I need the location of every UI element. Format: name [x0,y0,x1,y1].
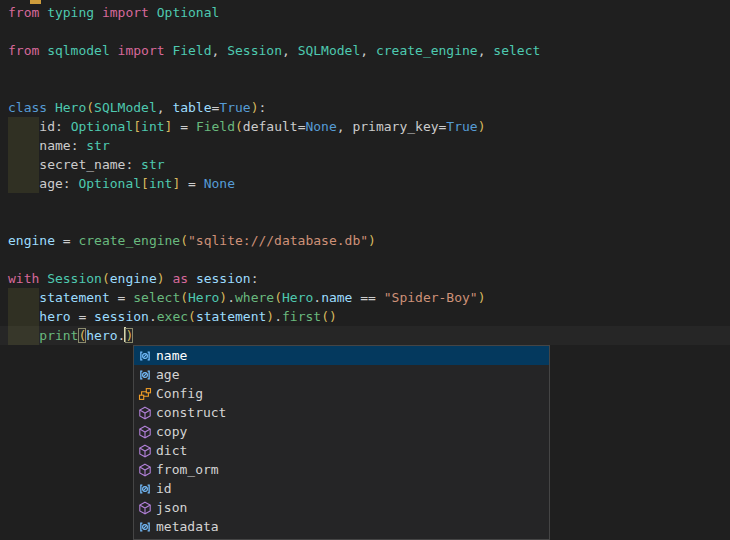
code-token: : [63,176,79,191]
code-token: = [110,290,133,305]
suggest-item-label: from_orm [156,460,219,479]
code-token: True [219,100,250,115]
code-token: = [172,119,195,134]
class-icon [137,386,153,402]
code-token [110,43,118,58]
suggest-item-label: construct [156,403,226,422]
code-token: [ [141,176,149,191]
suggest-item-label: Config [156,384,203,403]
code-token: ( [102,271,110,286]
suggest-item-age[interactable]: age [134,365,549,384]
code-token: ( [274,290,282,305]
code-line: age: Optional[int] = None [0,174,730,193]
code-line: secret_name: str [0,155,730,174]
code-line: from sqlmodel import Field, Session, SQL… [0,41,730,60]
code-area: from typing import Optionalfrom sqlmodel… [0,3,730,345]
code-token: ( [180,233,188,248]
code-token: . [313,290,321,305]
suggest-item-id[interactable]: id [134,479,549,498]
code-line-current: print(hero.) [0,326,730,345]
code-token: , [282,43,298,58]
code-token: int [141,119,164,134]
code-token: Hero [282,290,313,305]
code-token: "sqlite:///database.db" [188,233,368,248]
code-token [8,309,39,324]
code-token: ) [478,290,486,305]
code-token: ( [235,119,243,134]
code-token: session [94,309,149,324]
code-token: ( [180,290,188,305]
code-line [0,79,730,98]
method-icon [137,405,153,421]
code-token: import [118,43,165,58]
code-line: engine = create_engine("sqlite:///databa… [0,231,730,250]
code-editor[interactable]: from typing import Optionalfrom sqlmodel… [0,0,730,540]
code-token: ( [86,100,94,115]
suggest-item-label: copy [156,422,187,441]
code-token: = [180,176,203,191]
code-token: Optional [71,119,134,134]
suggest-item-dict[interactable]: dict [134,441,549,460]
code-line [0,250,730,269]
code-token [8,290,39,305]
suggest-item-metadata[interactable]: metadata [134,517,549,536]
code-line: from typing import Optional [0,3,730,22]
code-token: : [125,157,141,172]
code-token: , [337,119,353,134]
code-line [0,193,730,212]
code-line: id: Optional[int] = Field(default=None, … [0,117,730,136]
code-token: print [39,328,78,343]
code-token: hero [86,328,117,343]
code-token [94,5,102,20]
field-icon [137,367,153,383]
autocomplete-suggest-widget[interactable]: nameageConfigconstructcopydictfrom_ormid… [133,345,550,540]
method-icon [137,500,153,516]
code-token: ) [478,119,486,134]
code-token: engine [8,233,55,248]
suggest-item-json[interactable]: json [134,498,549,517]
code-line: name: str [0,136,730,155]
code-token: first [282,309,321,324]
code-token [8,328,39,343]
code-token: create_engine [78,233,180,248]
code-token: from [8,5,39,20]
code-line: with Session(engine) as session: [0,269,730,288]
code-token: from [8,43,39,58]
code-token: secret_name [8,157,125,172]
field-icon [137,519,153,535]
code-token: with [8,271,39,286]
suggest-item-Config[interactable]: Config [134,384,549,403]
code-token: str [86,138,109,153]
code-token: name [8,138,71,153]
code-token: name [321,290,352,305]
code-token: ) [368,233,376,248]
code-token: : [55,119,71,134]
code-token: Hero [188,290,219,305]
code-token: ) [266,309,274,324]
code-token [188,271,196,286]
code-token: statement [196,309,266,324]
code-token: : [259,100,267,115]
suggest-item-construct[interactable]: construct [134,403,549,422]
code-token: table [172,100,211,115]
code-token [39,43,47,58]
code-token: Optional [78,176,141,191]
code-token: = [55,233,78,248]
suggest-item-name[interactable]: name [134,346,549,365]
code-token: Session [227,43,282,58]
code-token: None [204,176,235,191]
code-token: Optional [157,5,220,20]
suggest-item-label: age [156,365,179,384]
code-token: . [227,290,235,305]
code-token: int [149,176,172,191]
suggest-item-from_orm[interactable]: from_orm [134,460,549,479]
code-token: Field [196,119,235,134]
code-token: . [149,309,157,324]
suggest-item-copy[interactable]: copy [134,422,549,441]
code-line [0,212,730,231]
code-token: == [352,290,383,305]
code-token [149,5,157,20]
code-token: hero [39,309,70,324]
code-token: True [446,119,477,134]
code-token: select [133,290,180,305]
